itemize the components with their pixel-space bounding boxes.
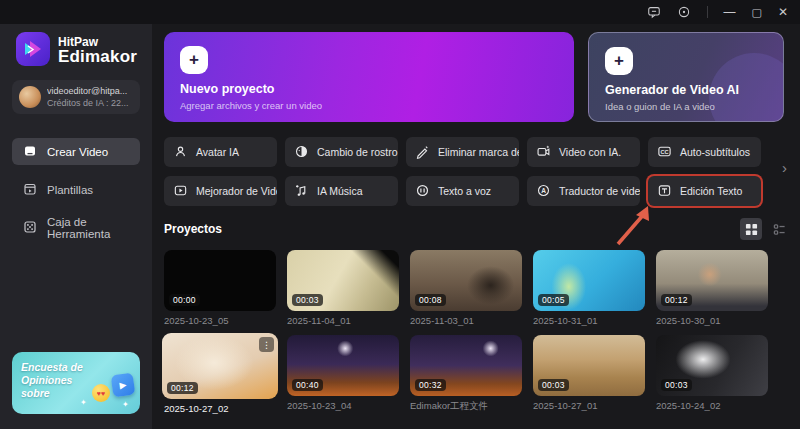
- project-card[interactable]: 00:03 2025-11-04_01: [287, 250, 399, 326]
- project-card[interactable]: 00:03 2025-10-24_02: [656, 335, 768, 414]
- tool-auto-subtitulos[interactable]: CC Auto-subtítulos: [648, 137, 761, 167]
- ai-tools-grid: Avatar IA Cambio de rostro Eliminar: [164, 137, 761, 206]
- user-avatar: [19, 86, 41, 108]
- survey-promo-banner[interactable]: Encuesta de Opiniones sobre ♥♥ ▶ ✦ ✦: [12, 352, 140, 414]
- project-name: 2025-10-23_04: [287, 400, 399, 411]
- tool-label: Auto-subtítulos: [680, 146, 750, 158]
- duration-badge: 00:12: [661, 294, 692, 306]
- svg-text:CC: CC: [660, 148, 668, 154]
- project-card[interactable]: 00:00 2025-10-23_05: [164, 250, 276, 326]
- tool-eliminar-marca-de-agua[interactable]: Eliminar marca de agua: [406, 137, 519, 167]
- grid-view-icon[interactable]: [740, 218, 762, 240]
- feedback-icon[interactable]: [647, 5, 661, 19]
- text-to-speech-icon: [415, 183, 430, 200]
- project-name: 2025-10-24_02: [656, 400, 768, 411]
- tool-label: Edición Texto: [680, 185, 742, 197]
- tool-mejorador-de-video[interactable]: Mejorador de Video: [164, 176, 277, 206]
- sidebar: HitPaw Edimakor videoeditor@hitpa... Cré…: [0, 24, 152, 429]
- duration-badge: 00:03: [661, 379, 692, 391]
- duration-badge: 00:03: [538, 379, 569, 391]
- main-content: + Nuevo proyecto Agregar archivos y crea…: [152, 24, 800, 429]
- tool-label: Avatar IA: [196, 146, 239, 158]
- account-card[interactable]: videoeditor@hitpa... Créditos de IA : 22…: [12, 80, 140, 114]
- tool-label: IA Música: [317, 185, 363, 197]
- tool-cambio-de-rostro[interactable]: Cambio de rostro: [285, 137, 398, 167]
- video-enhancer-icon: [173, 183, 188, 200]
- tool-avatar-ia[interactable]: Avatar IA: [164, 137, 277, 167]
- face-swap-icon: [294, 144, 309, 161]
- heart-eyes-emoji-icon: ♥♥: [92, 384, 110, 402]
- tool-video-con-ia[interactable]: Video con IA.: [527, 137, 640, 167]
- project-menu-icon[interactable]: ⋮: [259, 337, 274, 352]
- toolbox-dice-icon: [22, 219, 38, 237]
- project-thumbnail: 00:00: [164, 250, 276, 311]
- tool-edicion-texto[interactable]: Edición Texto: [648, 176, 761, 206]
- project-name: 2025-10-30_01: [656, 315, 768, 326]
- project-card[interactable]: 00:05 2025-10-31_01: [533, 250, 645, 326]
- play-badge-icon: ▶: [111, 373, 136, 398]
- sidebar-item-label: Crear Video: [47, 146, 108, 158]
- minimize-button[interactable]: —: [724, 6, 736, 18]
- duration-badge: 00:40: [292, 379, 323, 391]
- project-thumbnail: 00:03: [287, 250, 399, 311]
- plus-icon: +: [180, 46, 208, 74]
- sidebar-item-plantillas[interactable]: Plantillas: [12, 176, 140, 203]
- plus-icon: +: [605, 47, 633, 75]
- project-card[interactable]: 00:32 Edimakor工程文件: [410, 335, 522, 414]
- brand-name-bottom: Edimakor: [58, 48, 137, 66]
- tool-traductor-de-video[interactable]: A Traductor de video: [527, 176, 640, 206]
- create-video-icon: [22, 143, 38, 161]
- project-card-selected[interactable]: 00:12 ⋮ 2025-10-27_02: [164, 335, 276, 414]
- list-view-icon[interactable]: [768, 218, 790, 240]
- project-name: 2025-10-31_01: [533, 315, 645, 326]
- promo-text: Encuesta de Opiniones sobre: [21, 361, 99, 400]
- tool-ia-musica[interactable]: IA Música: [285, 176, 398, 206]
- project-thumbnail: 00:12 ⋮: [162, 333, 278, 399]
- project-card[interactable]: 00:03 2025-10-27_01: [533, 335, 645, 414]
- tool-texto-a-voz[interactable]: Texto a voz: [406, 176, 519, 206]
- project-name: 2025-10-27_02: [164, 403, 276, 414]
- cc-icon: CC: [657, 144, 672, 161]
- tool-label: Video con IA.: [559, 146, 621, 158]
- sidebar-item-label: Plantillas: [47, 184, 93, 196]
- tool-label: Traductor de video: [559, 185, 640, 197]
- avatar-ia-icon: [173, 144, 188, 161]
- video-ai-icon: [536, 144, 551, 161]
- tool-label: Eliminar marca de agua: [438, 146, 519, 158]
- record-dot-icon[interactable]: [677, 5, 691, 19]
- tools-next-chevron-icon[interactable]: ›: [782, 159, 787, 176]
- close-button[interactable]: ✕: [778, 6, 788, 18]
- project-thumbnail: 00:12: [656, 250, 768, 311]
- text-edit-icon: [657, 183, 672, 200]
- new-project-card[interactable]: + Nuevo proyecto Agregar archivos y crea…: [164, 32, 574, 122]
- sidebar-item-crear-video[interactable]: Crear Video: [12, 138, 140, 165]
- project-name: 2025-11-04_01: [287, 315, 399, 326]
- ai-generator-title: Generador de Video AI: [605, 83, 739, 97]
- svg-text:A: A: [541, 186, 546, 193]
- sparkle-icon: ✦: [122, 400, 129, 409]
- duration-badge: 00:08: [415, 294, 446, 306]
- view-toggle: [740, 218, 790, 240]
- duration-badge: 00:00: [169, 294, 200, 306]
- maximize-button[interactable]: ▢: [752, 7, 762, 18]
- project-card[interactable]: 00:40 2025-10-23_04: [287, 335, 399, 414]
- project-thumbnail: 00:03: [533, 335, 645, 396]
- sidebar-item-caja-de-herramienta[interactable]: Caja de Herramienta: [12, 214, 140, 241]
- annotation-arrow: [608, 202, 658, 248]
- sidebar-item-label: Caja de Herramienta: [47, 216, 130, 240]
- project-thumbnail: 00:32: [410, 335, 522, 396]
- projects-heading: Proyectos: [164, 222, 222, 236]
- project-name: Edimakor工程文件: [410, 400, 522, 413]
- titlebar: — ▢ ✕: [0, 0, 800, 24]
- project-card[interactable]: 00:08 2025-11-03_01: [410, 250, 522, 326]
- tool-label: Texto a voz: [438, 185, 491, 197]
- app-window: — ▢ ✕ HitPaw E: [0, 0, 800, 429]
- project-card[interactable]: 00:12 2025-10-30_01: [656, 250, 768, 326]
- duration-badge: 00:03: [292, 294, 323, 306]
- project-name: 2025-10-27_01: [533, 400, 645, 411]
- project-thumbnail: 00:05: [533, 250, 645, 311]
- ai-video-generator-card[interactable]: + Generador de Video AI Idea o guion de …: [588, 32, 784, 122]
- sparkle-icon: ✦: [80, 398, 87, 407]
- video-translator-icon: A: [536, 183, 551, 200]
- duration-badge: 00:32: [415, 379, 446, 391]
